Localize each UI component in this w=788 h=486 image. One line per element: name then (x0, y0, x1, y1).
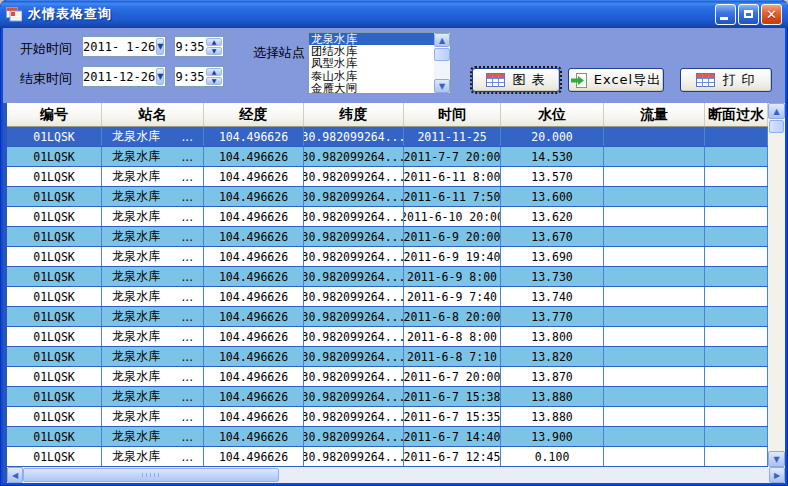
table-row[interactable]: 01LQSK龙泉水库...104.49662630.982099264...20… (7, 347, 768, 367)
scroll-right-icon[interactable]: ▶ (769, 467, 785, 483)
table-row[interactable]: 01LQSK龙泉水库...104.49662630.982099264...20… (7, 307, 768, 327)
cell: 01LQSK (7, 207, 102, 226)
table-row[interactable]: 01LQSK龙泉水库...104.49662630.982099264...20… (7, 327, 768, 347)
table-row[interactable]: 01LQSK龙泉水库...104.49662630.982099264...20… (7, 247, 768, 267)
cell (705, 387, 768, 406)
scroll-up-icon[interactable]: ▲ (434, 33, 450, 47)
vertical-scrollbar[interactable]: ▲ ▼ (768, 103, 785, 467)
cell (705, 267, 768, 286)
cell: 13.880 (501, 387, 604, 406)
chevron-down-icon[interactable]: ▼ (156, 68, 164, 85)
spin-up-icon[interactable]: ▲ (206, 38, 222, 46)
table-row[interactable]: 01LQSK龙泉水库...104.49662630.982099264...20… (7, 387, 768, 407)
scrollbar-track[interactable] (434, 62, 450, 79)
cell (705, 287, 768, 306)
cell: 30.982099264... (304, 367, 404, 386)
cell: 01LQSK (7, 267, 102, 286)
cell: 01LQSK (7, 407, 102, 426)
cell (705, 327, 768, 346)
column-header[interactable]: 断面过水 (705, 103, 768, 126)
station-listbox[interactable]: 龙泉水库团结水库凤型水库泰山水库金雁大闸 ▲ ▼ (308, 32, 451, 94)
table-row[interactable]: 01LQSK龙泉水库...104.49662630.982099264...20… (7, 427, 768, 447)
table-row[interactable]: 01LQSK龙泉水库...104.49662630.982099264...20… (7, 207, 768, 227)
client-area: 开始时间 2011- 1-26 ▼ 9:35 ▲ ▼ 结束时间 2011-12-… (3, 28, 785, 483)
scrollbar-track[interactable] (279, 467, 769, 483)
end-time-spinner[interactable]: 9:35 ▲ ▼ (174, 66, 224, 87)
cell: 104.496626 (204, 427, 304, 446)
end-date-picker[interactable]: 2011-12-26 ▼ (82, 66, 166, 87)
scrollbar-thumb[interactable] (23, 468, 279, 482)
cell: 龙泉水库... (102, 267, 204, 286)
scrollbar-thumb[interactable] (769, 120, 784, 133)
cell: 13.670 (501, 227, 604, 246)
column-header[interactable]: 站名 (102, 103, 204, 126)
cell: 13.900 (501, 427, 604, 446)
spin-down-icon[interactable]: ▼ (206, 77, 222, 85)
chart-button[interactable]: 图 表 (472, 68, 560, 92)
column-header[interactable]: 时间 (404, 103, 501, 126)
cell: 30.982099264... (304, 387, 404, 406)
cell: 104.496626 (204, 287, 304, 306)
station-option[interactable]: 泰山水库 (309, 70, 434, 82)
table-row[interactable]: 01LQSK龙泉水库...104.49662630.982099264...20… (7, 187, 768, 207)
table-row[interactable]: 01LQSK龙泉水库...104.49662630.982099264...20… (7, 407, 768, 427)
cell (604, 347, 705, 366)
chevron-down-icon[interactable]: ▼ (156, 38, 164, 55)
cell (705, 367, 768, 386)
cell (705, 347, 768, 366)
cell (604, 167, 705, 186)
cell: 龙泉水库... (102, 367, 204, 386)
scroll-left-icon[interactable]: ◀ (7, 467, 23, 483)
table-row[interactable]: 01LQSK龙泉水库...104.49662630.982099264...20… (7, 287, 768, 307)
start-time-spinner[interactable]: 9:35 ▲ ▼ (174, 36, 224, 57)
cell: 30.982099264... (304, 287, 404, 306)
cell (705, 447, 768, 466)
scroll-down-icon[interactable]: ▼ (434, 79, 450, 93)
table-row[interactable]: 01LQSK龙泉水库...104.49662630.982099264...20… (7, 367, 768, 387)
cell: 龙泉水库... (102, 447, 204, 466)
cell: 龙泉水库... (102, 427, 204, 446)
table-row[interactable]: 01LQSK龙泉水库...104.49662630.982099264...20… (7, 127, 768, 147)
column-header[interactable]: 纬度 (304, 103, 404, 126)
listbox-scrollbar[interactable]: ▲ ▼ (434, 33, 450, 93)
table-row[interactable]: 01LQSK龙泉水库...104.49662630.982099264...20… (7, 447, 768, 467)
cell (705, 427, 768, 446)
titlebar[interactable]: 水情表格查询 ✕ (0, 0, 788, 28)
cell: 2011-6-7 15:38 (404, 387, 501, 406)
print-button[interactable]: 打 印 (680, 68, 772, 92)
cell: 13.620 (501, 207, 604, 226)
cell: 104.496626 (204, 267, 304, 286)
table-row[interactable]: 01LQSK龙泉水库...104.49662630.982099264...20… (7, 227, 768, 247)
cell: 30.982099264... (304, 407, 404, 426)
cell: 104.496626 (204, 387, 304, 406)
cell: 104.496626 (204, 227, 304, 246)
close-button[interactable]: ✕ (761, 4, 782, 25)
spin-down-icon[interactable]: ▼ (206, 47, 222, 55)
spin-up-icon[interactable]: ▲ (206, 68, 222, 76)
minimize-button[interactable] (715, 4, 736, 25)
column-header[interactable]: 编号 (7, 103, 102, 126)
cell: 20.000 (501, 127, 604, 146)
table-row[interactable]: 01LQSK龙泉水库...104.49662630.982099264...20… (7, 147, 768, 167)
station-option[interactable]: 凤型水库 (309, 57, 434, 69)
cell: 龙泉水库... (102, 347, 204, 366)
column-header[interactable]: 经度 (204, 103, 304, 126)
start-date-picker[interactable]: 2011- 1-26 ▼ (82, 36, 166, 57)
table-row[interactable]: 01LQSK龙泉水库...104.49662630.982099264...20… (7, 267, 768, 287)
scroll-up-icon[interactable]: ▲ (768, 103, 785, 119)
cell: 13.820 (501, 347, 604, 366)
scrollbar-track[interactable] (768, 134, 785, 451)
cell (705, 187, 768, 206)
scrollbar-thumb[interactable] (434, 48, 450, 61)
cell: 0.100 (501, 447, 604, 466)
cell: 01LQSK (7, 327, 102, 346)
horizontal-scrollbar[interactable]: ◀ ▶ (7, 467, 785, 483)
table-row[interactable]: 01LQSK龙泉水库...104.49662630.982099264...20… (7, 167, 768, 187)
maximize-button[interactable] (738, 4, 759, 25)
excel-export-button[interactable]: Excel导出 (568, 68, 664, 92)
column-header[interactable]: 水位 (501, 103, 604, 126)
column-header[interactable]: 流量 (604, 103, 705, 126)
station-option[interactable]: 金雁大闸 (309, 82, 434, 93)
print-button-label: 打 印 (722, 71, 755, 89)
scroll-down-icon[interactable]: ▼ (768, 451, 785, 467)
